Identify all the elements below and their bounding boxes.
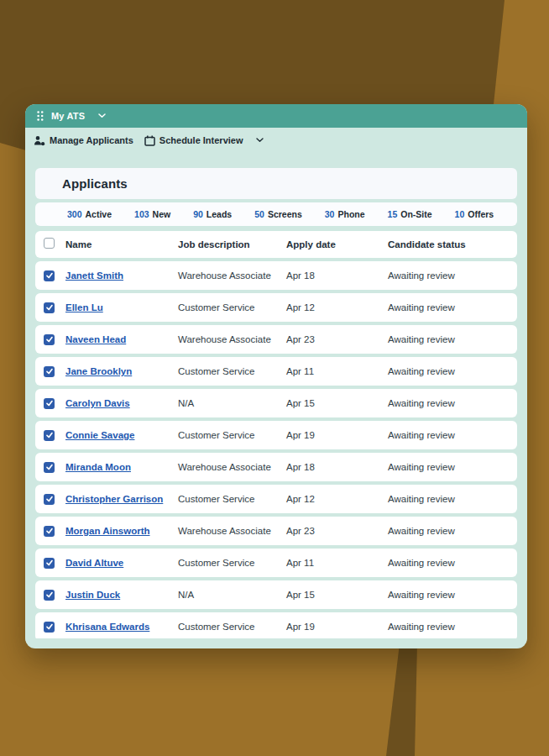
stat-label: Screens <box>268 209 302 219</box>
candidate-name-link[interactable]: Carolyn Davis <box>65 398 178 408</box>
schedule-interview-button[interactable]: Schedule Interview <box>144 135 243 146</box>
row-checkbox[interactable] <box>44 622 55 633</box>
page-header-card: Applicants <box>35 168 517 199</box>
table-row: Miranda Moon Warehouse Associate Apr 18 … <box>35 453 517 481</box>
candidate-status-cell: Awaiting review <box>388 462 509 472</box>
stat-filter[interactable]: 30 Phone <box>325 209 365 219</box>
apply-date-cell: Apr 11 <box>286 558 388 568</box>
candidate-name-link[interactable]: David Altuve <box>65 558 178 568</box>
table-row: Justin Duck N/A Apr 15 Awaiting review <box>35 580 517 609</box>
row-checkbox[interactable] <box>44 270 55 281</box>
apply-date-cell: Apr 23 <box>286 526 388 536</box>
stat-filter[interactable]: 10 Offers <box>455 209 494 219</box>
select-all-cell <box>44 237 65 252</box>
row-checkbox[interactable] <box>44 302 55 313</box>
row-checkbox-cell <box>44 428 65 443</box>
candidate-name-link[interactable]: Ellen Lu <box>65 302 178 312</box>
row-checkbox[interactable] <box>44 526 55 537</box>
stat-label: Leads <box>207 209 232 219</box>
table-row: Jane Brooklyn Customer Service Apr 11 Aw… <box>35 357 517 386</box>
candidate-name-link[interactable]: Khrisana Edwards <box>65 622 178 632</box>
table-row: Christopher Garrison Customer Service Ap… <box>35 485 517 513</box>
row-checkbox-cell <box>44 364 65 379</box>
stat-filter[interactable]: 15 On-Site <box>388 209 432 219</box>
table-row: Naveen Head Warehouse Associate Apr 23 A… <box>35 325 517 354</box>
row-checkbox[interactable] <box>44 398 55 409</box>
candidate-status-cell: Awaiting review <box>388 270 509 281</box>
row-checkbox[interactable] <box>44 430 55 441</box>
manage-applicants-button[interactable]: Manage Applicants <box>34 135 133 146</box>
table-row: Morgan Ainsworth Warehouse Associate Apr… <box>35 517 517 545</box>
calendar-icon <box>144 135 155 146</box>
candidate-name-link[interactable]: Morgan Ainsworth <box>65 526 178 536</box>
job-description-cell: Warehouse Associate <box>178 334 286 344</box>
stat-value: 90 <box>193 209 203 219</box>
stat-value: 10 <box>455 209 465 219</box>
row-checkbox[interactable] <box>44 494 55 505</box>
column-header-candidate-status: Candidate status <box>388 239 509 249</box>
table-row: Janett Smith Warehouse Associate Apr 18 … <box>35 261 517 290</box>
row-checkbox-cell <box>44 619 65 634</box>
row-checkbox[interactable] <box>44 462 55 473</box>
stat-filter[interactable]: 300 Active <box>67 209 112 219</box>
column-header-name: Name <box>65 239 178 249</box>
ats-window: My ATS Manage Applicants <box>25 104 527 648</box>
candidate-status-cell: Awaiting review <box>388 302 509 312</box>
column-header-job-description: Job description <box>178 239 286 249</box>
job-description-cell: Customer Service <box>178 366 286 376</box>
candidate-name-link[interactable]: Jane Brooklyn <box>65 366 178 376</box>
apply-date-cell: Apr 12 <box>286 494 388 504</box>
candidate-status-cell: Awaiting review <box>388 334 509 344</box>
apply-date-cell: Apr 12 <box>286 302 388 312</box>
titlebar-chevron-down-icon[interactable] <box>98 113 106 118</box>
panel-body: Applicants 300 Active 103 New 90 Leads 5… <box>35 153 517 638</box>
job-description-cell: Customer Service <box>178 494 286 504</box>
stat-label: New <box>153 209 171 219</box>
row-checkbox-cell <box>44 332 65 347</box>
job-description-cell: Warehouse Associate <box>178 462 286 472</box>
table-header: Name Job description Apply date Candidat… <box>35 231 517 258</box>
stat-value: 300 <box>67 209 82 219</box>
applicant-rows: Janett Smith Warehouse Associate Apr 18 … <box>35 261 517 638</box>
candidate-name-link[interactable]: Miranda Moon <box>65 462 178 472</box>
candidate-name-link[interactable]: Justin Duck <box>65 590 178 600</box>
schedule-interview-label: Schedule Interview <box>159 135 243 145</box>
candidate-status-cell: Awaiting review <box>388 558 509 568</box>
stat-filter[interactable]: 90 Leads <box>193 209 232 219</box>
apply-date-cell: Apr 19 <box>286 622 388 632</box>
page-title: Applicants <box>62 176 128 191</box>
candidate-name-link[interactable]: Christopher Garrison <box>65 494 178 504</box>
stat-value: 15 <box>388 209 398 219</box>
stat-filter[interactable]: 103 New <box>134 209 170 219</box>
row-checkbox[interactable] <box>44 558 55 569</box>
row-checkbox-cell <box>44 300 65 315</box>
window-titlebar: My ATS <box>25 104 527 128</box>
row-checkbox-cell <box>44 587 65 602</box>
candidate-name-link[interactable]: Naveen Head <box>65 334 178 344</box>
apply-date-cell: Apr 15 <box>286 398 388 408</box>
job-description-cell: Customer Service <box>178 622 286 632</box>
stat-label: On-Site <box>400 209 431 219</box>
candidate-status-cell: Awaiting review <box>388 622 509 632</box>
apply-date-cell: Apr 18 <box>286 462 388 472</box>
row-checkbox[interactable] <box>44 334 55 345</box>
job-description-cell: Customer Service <box>178 302 286 312</box>
candidate-name-link[interactable]: Janett Smith <box>65 270 178 281</box>
job-description-cell: Customer Service <box>178 558 286 568</box>
job-description-cell: Warehouse Associate <box>178 526 286 536</box>
select-all-checkbox[interactable] <box>44 238 55 249</box>
candidate-name-link[interactable]: Connie Savage <box>65 430 178 440</box>
drag-handle-icon[interactable] <box>37 111 44 121</box>
person-gear-icon <box>34 135 45 146</box>
row-checkbox[interactable] <box>44 590 55 601</box>
stat-value: 50 <box>254 209 264 219</box>
stat-label: Active <box>86 209 112 219</box>
manage-applicants-label: Manage Applicants <box>50 135 133 145</box>
apply-date-cell: Apr 11 <box>286 366 388 376</box>
toolbar-chevron-down-icon[interactable] <box>256 138 264 143</box>
candidate-status-cell: Awaiting review <box>388 590 509 600</box>
candidate-status-cell: Awaiting review <box>388 494 509 504</box>
stat-filter[interactable]: 50 Screens <box>254 209 302 219</box>
row-checkbox[interactable] <box>44 366 55 377</box>
stat-label: Offers <box>468 209 494 219</box>
